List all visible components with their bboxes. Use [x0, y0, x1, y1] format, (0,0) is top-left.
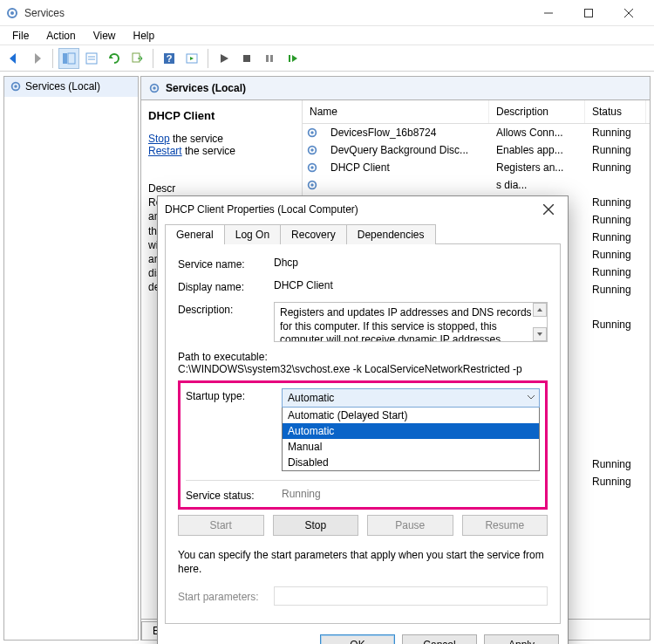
close-button[interactable]	[609, 0, 649, 26]
back-button[interactable]	[3, 48, 24, 69]
cell-status: Running	[585, 266, 646, 278]
label-start-params: Start parameters:	[178, 589, 274, 603]
svg-rect-6	[63, 53, 67, 64]
chevron-down-icon	[527, 393, 535, 401]
ok-button[interactable]: OK	[320, 634, 395, 644]
value-path: C:\WINDOWS\system32\svchost.exe -k Local…	[178, 363, 548, 375]
svg-rect-8	[86, 53, 97, 64]
startup-option-disabled[interactable]: Disabled	[283, 455, 539, 470]
svg-point-1	[10, 11, 14, 15]
restart-service-link[interactable]: Restart	[148, 145, 182, 157]
menu-action[interactable]: Action	[37, 28, 84, 44]
content-header: Services (Local)	[141, 77, 650, 100]
dialog-close-button[interactable]	[536, 200, 561, 219]
cell-description: s dia...	[489, 179, 585, 191]
separator	[153, 49, 153, 68]
tree-pane: Services (Local)	[3, 76, 139, 641]
startup-option-delayed[interactable]: Automatic (Delayed Start)	[283, 408, 539, 423]
svg-rect-11	[133, 53, 140, 62]
apply-button[interactable]: Apply	[484, 634, 559, 644]
start-params-input[interactable]	[274, 586, 548, 606]
svg-point-26	[310, 148, 314, 152]
svg-rect-7	[68, 53, 75, 64]
cell-name: DevicesFlow_16b8724	[324, 127, 489, 139]
col-description[interactable]: Description	[489, 100, 585, 123]
label-service-name: Service name:	[178, 257, 274, 271]
header-icon	[148, 82, 160, 94]
forward-button[interactable]	[26, 48, 47, 69]
cell-status: Running	[585, 319, 646, 331]
stop-service-link[interactable]: Stop	[148, 133, 170, 145]
show-hide-tree-button[interactable]	[58, 48, 79, 69]
startup-option-automatic[interactable]: Automatic	[283, 423, 539, 439]
toolbar: ?	[0, 45, 654, 72]
menu-view[interactable]: View	[85, 28, 125, 44]
menu-help[interactable]: Help	[125, 28, 164, 44]
value-service-name: Dhcp	[274, 257, 548, 269]
restart-suffix: the service	[182, 145, 235, 157]
startup-type-combo[interactable]: Automatic	[282, 388, 540, 408]
maximize-button[interactable]	[569, 0, 609, 26]
cancel-button[interactable]: Cancel	[402, 634, 477, 644]
svg-rect-17	[270, 55, 273, 62]
table-row[interactable]: s dia...	[303, 176, 650, 194]
label-description: Description:	[178, 302, 274, 316]
cell-description: Registers an...	[489, 161, 585, 174]
tree-root-label: Services (Local)	[25, 80, 100, 92]
description-box[interactable]: Registers and updates IP addresses and D…	[274, 302, 548, 342]
action-button[interactable]	[181, 48, 202, 69]
tab-dependencies[interactable]: Dependencies	[346, 224, 436, 244]
table-row[interactable]: DHCP ClientRegisters an...Running	[303, 159, 650, 176]
selected-service-name: DHCP Client	[148, 109, 295, 122]
start-service-button[interactable]	[214, 48, 235, 69]
dialog-titlebar: DHCP Client Properties (Local Computer)	[158, 196, 568, 223]
svg-point-20	[14, 85, 17, 88]
startup-option-manual[interactable]: Manual	[283, 439, 539, 455]
stop-button[interactable]: Stop	[273, 515, 359, 536]
label-startup-type: Startup type:	[186, 388, 282, 402]
svg-point-24	[310, 131, 314, 134]
separator	[52, 49, 53, 68]
tab-general[interactable]: General	[165, 224, 225, 244]
service-icon	[303, 127, 324, 139]
label-service-status: Service status:	[186, 488, 282, 502]
tab-logon[interactable]: Log On	[224, 224, 281, 244]
col-name[interactable]: Name	[303, 100, 489, 123]
table-row[interactable]: DevQuery Background Disc...Enables app..…	[303, 141, 650, 159]
cell-description: Enables app...	[489, 144, 585, 156]
col-status[interactable]: Status	[585, 100, 646, 123]
menubar: File Action View Help	[0, 26, 654, 45]
properties-button[interactable]	[81, 48, 102, 69]
stop-link-row: Stop the service	[148, 133, 295, 145]
scroll-down-icon[interactable]	[533, 327, 547, 341]
cell-status: Running	[585, 196, 646, 209]
svg-rect-3	[585, 9, 593, 17]
startup-type-options: Automatic (Delayed Start) Automatic Manu…	[282, 408, 540, 471]
pause-service-button[interactable]	[259, 48, 280, 69]
restart-service-button[interactable]	[282, 48, 303, 69]
svg-point-30	[310, 183, 314, 187]
pause-button: Pause	[367, 515, 453, 536]
service-icon	[303, 161, 324, 174]
highlight-box: Startup type: Automatic Automatic (Delay…	[178, 380, 548, 510]
dialog-footer: OK Cancel Apply	[158, 624, 568, 644]
table-row[interactable]: DevicesFlow_16b8724Allows Conn...Running	[303, 124, 650, 141]
cell-status: Running	[585, 214, 646, 226]
minimize-button[interactable]	[528, 0, 569, 26]
tab-recovery[interactable]: Recovery	[280, 224, 347, 244]
service-icon	[303, 144, 324, 156]
menu-file[interactable]: File	[3, 28, 37, 44]
help-button[interactable]: ?	[159, 48, 180, 69]
cell-description: Allows Conn...	[489, 127, 585, 139]
cell-status: Running	[585, 127, 646, 139]
export-button[interactable]	[126, 48, 147, 69]
start-button: Start	[178, 515, 264, 536]
scroll-up-icon[interactable]	[533, 303, 547, 317]
refresh-button[interactable]	[104, 48, 125, 69]
tree-root[interactable]: Services (Local)	[4, 77, 138, 97]
stop-service-button[interactable]	[236, 48, 257, 69]
column-headers: Name Description Status	[303, 100, 650, 124]
window-title: Services	[24, 7, 528, 19]
svg-rect-16	[266, 55, 269, 62]
separator	[208, 49, 208, 68]
